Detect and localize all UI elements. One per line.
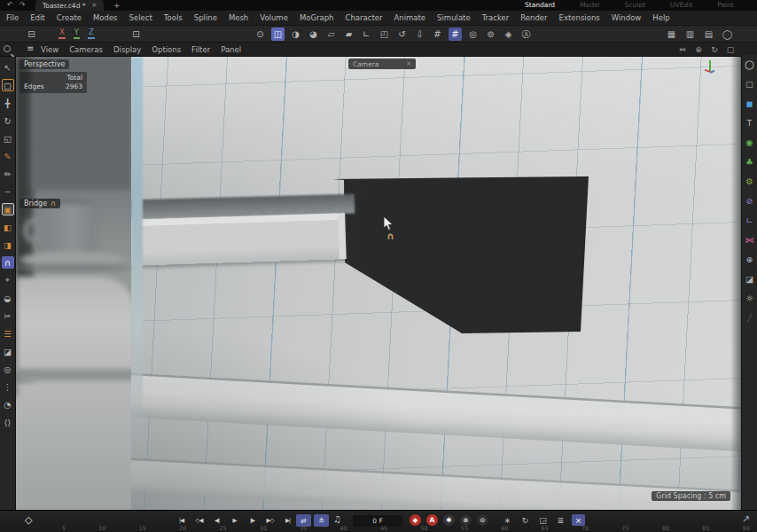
projector-tool[interactable]: ◪ [2,345,14,357]
viewport-canvas[interactable]: Perspective Total Edges 2963 Camera ✕ Br… [16,57,741,510]
layout-tab-sculpt[interactable]: Sculpt [623,0,647,11]
cube-object-icon[interactable]: ◼ [744,97,756,109]
previous-key-button[interactable]: ◇◀ [191,514,207,527]
menu-spline[interactable]: Spline [194,13,217,22]
reset-psr-icon[interactable]: ↺ [395,27,409,41]
drop-to-floor-icon[interactable]: ⇩ [413,27,426,41]
render-view-icon[interactable]: ▦ [665,27,678,41]
keying-settings-button[interactable]: ✱ [443,514,455,526]
render-settings-icon[interactable]: ▤ [702,27,715,41]
menu-extensions[interactable]: Extensions [559,13,600,22]
z-axis-lock[interactable]: Z [88,27,95,39]
axis-modify-tool[interactable]: ⌖ [2,274,14,286]
previous-frame-button[interactable]: ◀| [209,514,224,527]
layout-tab-standard[interactable]: Standard [523,0,557,11]
keyframe-diamond-icon[interactable]: ◇ [25,514,32,526]
camera-object-icon[interactable]: ◪ [744,272,756,285]
camera-view-tab[interactable]: Camera ✕ [348,59,416,69]
zoom-view-icon[interactable]: ⊕ [693,44,704,55]
rectangle-object-icon[interactable]: ▢ [744,77,756,90]
rotate-tool[interactable]: ↻ [2,114,14,127]
texture-axis-mode-icon[interactable]: ◕ [307,27,320,41]
layout-tab-uvedit[interactable]: UVEdit [668,0,694,11]
autokey-button[interactable]: A [426,514,438,526]
key-pla-button[interactable]: × [572,514,585,526]
polygon-shading-icon[interactable]: ▱ [324,27,338,41]
make-editable-icon[interactable]: ⊙ [254,27,267,41]
move-tool[interactable]: ╋ [2,97,14,109]
menu-create[interactable]: Create [57,13,82,22]
menu-volume[interactable]: Volume [260,13,288,22]
key-parameter-button[interactable]: ≣ [554,514,567,526]
bridge-tool[interactable]: ∩ [2,256,14,269]
coordinate-system-icon[interactable]: ⊡ [129,27,143,41]
menu-select[interactable]: Select [129,13,152,22]
toggle-panel-icon[interactable]: ▢ [725,44,736,55]
texture-mode-icon[interactable]: ◑ [289,27,302,41]
layout-tab-model[interactable]: Model [578,0,602,11]
vertex-snap-icon[interactable]: ◈ [502,27,515,41]
line-cut-tool[interactable]: ╌ [2,185,14,198]
live-selection-tool[interactable]: ↖ [2,61,14,74]
isoline-editing-icon[interactable]: ▰ [342,27,355,41]
key-scale-button[interactable]: ◲ [536,514,550,526]
key-rotation-button[interactable]: ↻ [519,514,532,526]
subdivision-surface-icon[interactable]: ◉ [744,136,756,148]
knife-tool[interactable]: ✂ [2,309,14,322]
key-position-button[interactable]: ∗ [501,514,514,526]
viewport-menu-view[interactable]: View [41,45,59,54]
menu-mesh[interactable]: Mesh [229,13,248,22]
render-region-icon[interactable]: ▥ [683,27,697,41]
snap-icon[interactable]: # [431,27,444,41]
symmetry-icon[interactable]: ⋈ [744,233,756,246]
play-button[interactable]: ▶ [227,514,242,527]
next-frame-button[interactable]: |▶ [245,514,260,527]
model-mode-icon[interactable]: ◧ [2,221,14,233]
camera-tab-close-icon[interactable]: ✕ [406,60,411,67]
view-label[interactable]: Perspective [20,59,69,69]
pose-circle-icon[interactable]: ◯ [744,58,756,70]
close-tab-icon[interactable]: ✕ [92,2,98,9]
viewport-menu-panel[interactable]: Panel [221,45,241,54]
planar-workplane-icon[interactable]: ◰ [378,27,391,41]
auto-snap-icon[interactable]: Ⓐ [519,27,533,41]
lens-tool[interactable]: ◎ [2,363,14,375]
generator-gear-icon[interactable]: ⚙ [744,175,756,187]
document-tab[interactable]: Toaster.c4d * ✕ [35,0,104,11]
fcurve-icon[interactable]: ↗ [742,513,750,525]
component-mode-icon[interactable]: ◨ [2,239,14,251]
pan-view-icon[interactable]: ⇔ [677,44,688,55]
polygon-pen-tool[interactable]: ▣ [2,203,14,215]
undo-icon[interactable]: ↶ [7,0,13,11]
hierarchy-tool[interactable]: ⋮ [2,380,14,393]
menu-animate[interactable]: Animate [394,13,425,22]
new-tab-button[interactable]: + [113,0,121,11]
record-keyframe-button[interactable]: ◆ [410,514,421,526]
bend-deformer-icon[interactable]: ∟ [744,214,756,226]
timed-action-tool[interactable]: ◔ [2,398,14,411]
material-manager-icon[interactable]: ◯ [721,27,734,41]
layout-tab-paint[interactable]: Paint [715,0,736,11]
menu-mograph[interactable]: MoGraph [300,13,334,22]
light-object-icon[interactable]: ☼ [744,292,756,304]
menu-window[interactable]: Window [612,13,642,22]
menu-file[interactable]: File [6,13,19,22]
bracket-tool[interactable]: ⟨⟩ [2,416,14,428]
modeling-settings-icon[interactable]: ⊟ [25,27,38,41]
solo-mask-tool[interactable]: ◒ [2,292,14,304]
environment-icon[interactable]: ⊕ [744,253,756,265]
sketch-pen-tool[interactable]: ✏ [2,168,14,180]
object-mode-icon[interactable]: ◫ [271,27,285,41]
menu-tools[interactable]: Tools [164,13,183,22]
sound-toggle-icon[interactable]: ♫ [333,514,341,524]
center-icon[interactable]: ⊚ [484,27,497,41]
target-icon[interactable]: ◎ [466,27,480,41]
viewport-menu-cameras[interactable]: Cameras [69,45,103,54]
modeling-pen-tool[interactable]: ✎ [2,150,14,162]
spline-mask-icon[interactable]: ⊘ [744,194,756,207]
rotate-view-icon[interactable]: ↻ [709,44,720,55]
menu-help[interactable]: Help [652,13,669,22]
search-icon[interactable] [4,45,14,56]
spline-line-icon[interactable]: ╱ [744,311,756,324]
next-key-button[interactable]: ▶◇ [262,514,277,527]
